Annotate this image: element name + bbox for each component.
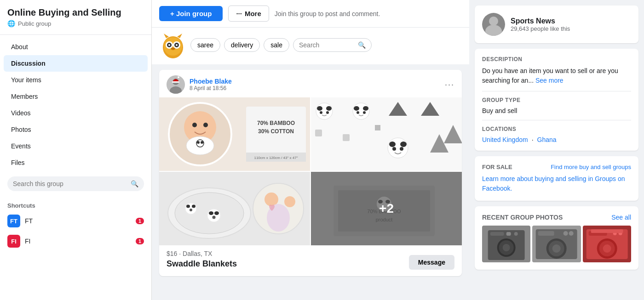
- svg-point-90: [552, 244, 561, 253]
- location-ghana[interactable]: Ghana: [537, 136, 557, 143]
- svg-point-61: [214, 211, 219, 215]
- svg-point-32: [326, 106, 332, 111]
- search-input[interactable]: [299, 41, 354, 49]
- svg-point-46: [389, 142, 396, 147]
- sidebar-item-files[interactable]: Files: [4, 154, 148, 171]
- top-action-bar: + Join group ··· More Join this group to…: [152, 0, 469, 28]
- group-type-label: GROUP TYPE: [482, 97, 631, 103]
- svg-text:110cm x 120cm / 43" x 47": 110cm x 120cm / 43" x 47": [254, 156, 298, 160]
- globe-icon: 🌐: [7, 20, 15, 27]
- svg-point-59: [207, 209, 220, 222]
- search-group-input[interactable]: [7, 176, 144, 191]
- sports-news-name: Sports News: [511, 17, 570, 25]
- post-author-name[interactable]: Phoebe Blake: [190, 78, 232, 85]
- filter-tags: saree delivery sale 🔍: [190, 38, 372, 52]
- shortcuts-label: Shortcuts: [0, 197, 151, 211]
- post-more-button[interactable]: ···: [445, 80, 454, 90]
- svg-point-47: [400, 142, 407, 147]
- photo-cell-1[interactable]: [482, 226, 530, 262]
- for-sale-label: FOR SALE: [482, 164, 512, 170]
- find-more-link[interactable]: Find more buy and sell groups: [551, 164, 631, 170]
- locations-label: LOCATIONS: [482, 126, 631, 132]
- owl-illustration: [159, 31, 187, 59]
- svg-point-13: [178, 76, 179, 78]
- search-input-wrap: 🔍: [293, 38, 372, 52]
- photo-cell-2[interactable]: [532, 226, 581, 262]
- search-group-box: 🔍: [7, 176, 144, 191]
- post-card: Phoebe Blake 8 April at 18:56 ···: [159, 70, 462, 276]
- sidebar-item-videos[interactable]: Videos: [4, 105, 148, 121]
- svg-rect-44: [375, 125, 380, 130]
- shortcut-badge-fi: 1: [136, 238, 144, 244]
- svg-point-37: [363, 106, 368, 111]
- more-dots: ···: [236, 10, 242, 17]
- more-button[interactable]: ··· More: [228, 6, 269, 22]
- sports-news-likes: 29,643 people like this: [511, 25, 570, 32]
- svg-rect-29: [311, 97, 462, 171]
- join-hint: Join this group to post and comment.: [275, 10, 380, 17]
- svg-rect-102: [591, 229, 623, 233]
- post-image-baby[interactable]: 70% BAMBOO 30% COTTON 110cm x 120cm / 43…: [159, 97, 310, 171]
- svg-point-33: [320, 111, 322, 114]
- svg-point-57: [192, 205, 196, 208]
- shortcut-badge-ft: 1: [136, 218, 144, 224]
- post-image-blanket[interactable]: [159, 172, 310, 245]
- group-info-card: DESCRIPTION Do you have an item you want…: [475, 49, 638, 151]
- svg-point-49: [400, 147, 403, 151]
- see-all-link[interactable]: See all: [611, 214, 631, 221]
- svg-point-85: [514, 232, 518, 236]
- sidebar-item-photos[interactable]: Photos: [4, 121, 148, 138]
- post-footer: $16 · Dallas, TX Swaddle Blankets Messag…: [159, 245, 462, 276]
- sports-avatar: [482, 13, 505, 36]
- svg-point-92: [564, 231, 568, 236]
- post-images: 70% BAMBOO 30% COTTON 110cm x 120cm / 43…: [159, 97, 462, 245]
- search-filter-bar: saree delivery sale 🔍: [152, 28, 469, 64]
- svg-point-62: [213, 216, 216, 219]
- sidebar-item-your-items[interactable]: Your items: [4, 72, 148, 88]
- learn-more-text[interactable]: Learn more about buying and selling in G…: [482, 175, 625, 192]
- message-button[interactable]: Message: [409, 255, 454, 270]
- svg-point-98: [603, 244, 611, 253]
- post-date: 8 April at 18:56: [190, 85, 232, 91]
- main-content: + Join group ··· More Join this group to…: [152, 0, 469, 300]
- divider-2: [482, 120, 631, 120]
- svg-point-82: [503, 244, 510, 251]
- svg-text:30% COTTON: 30% COTTON: [258, 128, 294, 135]
- svg-point-36: [354, 106, 359, 111]
- filter-tag-saree[interactable]: saree: [190, 38, 220, 52]
- svg-point-76: [489, 17, 498, 26]
- svg-point-34: [326, 111, 329, 114]
- filter-tag-delivery[interactable]: delivery: [224, 38, 260, 52]
- sidebar-item-members[interactable]: Members: [4, 88, 148, 105]
- sidebar-nav: About Discussion Your items Members Vide…: [0, 34, 151, 171]
- svg-rect-84: [506, 232, 511, 236]
- shortcut-fi[interactable]: FI FI 1: [0, 231, 151, 251]
- photo-cell-3[interactable]: [583, 226, 631, 262]
- filter-tag-sale[interactable]: sale: [264, 38, 289, 52]
- right-sidebar: Sports News 29,643 people like this DESC…: [469, 0, 644, 300]
- svg-point-30: [316, 103, 333, 119]
- left-sidebar: Online Buying and Selling 🌐 Public group…: [0, 0, 152, 300]
- see-more-link[interactable]: See more: [535, 77, 564, 84]
- description-label: DESCRIPTION: [482, 56, 631, 62]
- sidebar-item-discussion[interactable]: Discussion: [4, 55, 148, 72]
- svg-rect-91: [538, 231, 554, 236]
- post-image-panda[interactable]: [311, 97, 462, 171]
- svg-point-56: [186, 205, 190, 208]
- locations-row: United Kingdom · Ghana: [482, 136, 631, 143]
- sidebar-item-events[interactable]: Events: [4, 138, 148, 154]
- sidebar-item-about[interactable]: About: [4, 39, 148, 55]
- svg-point-45: [388, 138, 408, 158]
- svg-point-7: [176, 44, 178, 46]
- location-uk[interactable]: United Kingdom: [482, 136, 528, 143]
- join-group-button[interactable]: + Join group: [159, 6, 223, 21]
- post-image-overlay[interactable]: 70% BAMBOO product +2: [311, 172, 462, 245]
- svg-point-60: [209, 211, 213, 215]
- shortcut-ft[interactable]: FT FT 1: [0, 211, 151, 231]
- post-header: Phoebe Blake 8 April at 18:56 ···: [159, 70, 462, 97]
- description-text: Do you have an item you want to sell or …: [482, 66, 631, 85]
- for-sale-row: FOR SALE Find more buy and sell groups: [482, 164, 631, 170]
- svg-point-38: [356, 111, 359, 114]
- group-name: Online Buying and Selling: [0, 7, 151, 20]
- svg-rect-12: [172, 81, 179, 83]
